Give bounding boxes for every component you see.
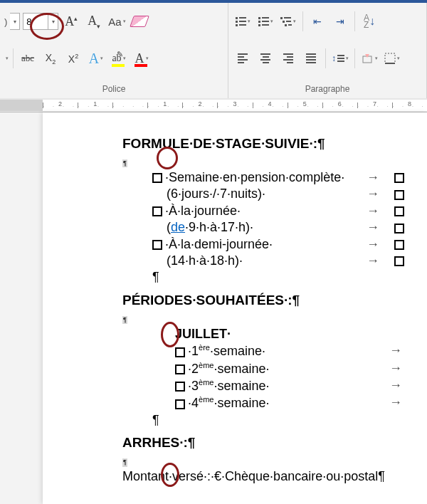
strikethrough-button[interactable]: abc	[18, 48, 38, 68]
hyperlink[interactable]: de	[171, 220, 185, 234]
shrink-font-button[interactable]: A▾	[84, 11, 104, 31]
font-size-dropdown[interactable]: ▾	[48, 13, 58, 30]
list-item: ·À·la·demi-journée·	[165, 237, 273, 251]
pilcrow: ¶	[122, 269, 427, 285]
tab-arrow-icon: →	[352, 236, 394, 253]
checkbox-icon	[175, 399, 185, 409]
checkbox-icon	[394, 206, 404, 216]
checkbox-icon	[175, 347, 185, 357]
list-item: (14·h·à·18·h)·	[167, 253, 243, 268]
checkbox-icon	[394, 190, 404, 200]
pilcrow: ¶	[122, 412, 427, 429]
sort-button[interactable]: AZ↓	[359, 11, 379, 31]
list-item: ·Semaine·en·pension·complète·	[165, 170, 344, 184]
horizontal-ruler[interactable]: 2· · · ·1· · · ·· · · ·1· · · ·2· · · ·3…	[0, 98, 427, 112]
borders-button[interactable]: ▾	[382, 48, 402, 68]
checkbox-icon	[394, 256, 404, 266]
checkbox-icon	[152, 240, 162, 250]
heading-arrhes: ARRHES·:¶	[122, 434, 427, 452]
svg-rect-1	[385, 53, 395, 63]
tab-arrow-icon: →	[352, 169, 394, 186]
tab-arrow-icon: →	[374, 394, 417, 411]
format-painter-dropdown[interactable]: ▾	[6, 56, 9, 61]
checkbox-icon	[152, 173, 162, 183]
tab-arrow-icon: →	[352, 219, 394, 236]
bullets-button[interactable]: ▾	[233, 11, 253, 31]
small-pilcrow: ¶	[122, 458, 127, 467]
highlight-button[interactable]: ab✎ ▾	[109, 48, 129, 68]
heading-formule: FORMULE·DE·STAGE·SUIVIE·:¶	[122, 135, 427, 153]
small-pilcrow: ¶	[122, 159, 127, 168]
tab-arrow-icon: →	[352, 186, 394, 202]
line-spacing-button[interactable]: ↕ ▾	[330, 48, 350, 68]
subscript-button[interactable]: X2	[41, 48, 60, 68]
text-effects-button[interactable]: A▾	[86, 48, 106, 68]
paragraphe-group-label: Paragraphe	[228, 81, 426, 98]
document-page[interactable]: FORMULE·DE·STAGE·SUIVIE·:¶ ¶ ·Semaine·en…	[43, 112, 427, 504]
month-label: JUILLET·	[122, 326, 427, 342]
checkbox-icon	[175, 382, 185, 392]
tab-arrow-icon: →	[374, 360, 417, 377]
tab-arrow-icon: →	[352, 203, 394, 219]
checkbox-icon	[175, 364, 185, 374]
checkbox-icon	[394, 224, 404, 233]
font-size-input[interactable]	[23, 13, 48, 30]
heading-periodes: PÉRIODES·SOUHAITÉES·:¶	[122, 292, 427, 310]
align-left-button[interactable]	[233, 48, 253, 68]
numbering-button[interactable]: ▾	[255, 11, 275, 31]
align-center-button[interactable]	[255, 48, 275, 68]
shading-button[interactable]: ▾	[359, 48, 379, 68]
checkbox-icon	[394, 173, 404, 183]
checkbox-icon	[152, 206, 162, 216]
font-color-button[interactable]: A ▾	[132, 48, 152, 68]
police-group-label: Police	[0, 81, 228, 98]
list-item: ·À·la·journée·	[165, 204, 241, 218]
clear-formatting-button[interactable]	[130, 11, 149, 31]
align-right-button[interactable]	[278, 48, 298, 68]
grow-font-button[interactable]: A▴	[61, 11, 81, 31]
change-case-button[interactable]: Aa▾	[107, 11, 127, 31]
tab-arrow-icon: →	[374, 377, 417, 394]
decrease-indent-button[interactable]: ⇤	[307, 11, 327, 31]
list-item: (6·jours·/·7·nuits)·	[167, 187, 265, 201]
justify-button[interactable]	[301, 48, 321, 68]
body-text: Montant·versé·:·€·Chèque·bancaire·ou·pos…	[122, 468, 427, 485]
checkbox-icon	[394, 240, 404, 250]
small-pilcrow: ¶	[122, 316, 127, 325]
tab-arrow-icon: →	[352, 253, 394, 269]
increase-indent-button[interactable]: ⇥	[330, 11, 350, 31]
superscript-button[interactable]: X2	[63, 48, 83, 68]
multilevel-list-button[interactable]: ▾	[278, 11, 298, 31]
font-name-dropdown[interactable]: ▾	[10, 13, 20, 30]
tab-arrow-icon: →	[374, 342, 417, 359]
